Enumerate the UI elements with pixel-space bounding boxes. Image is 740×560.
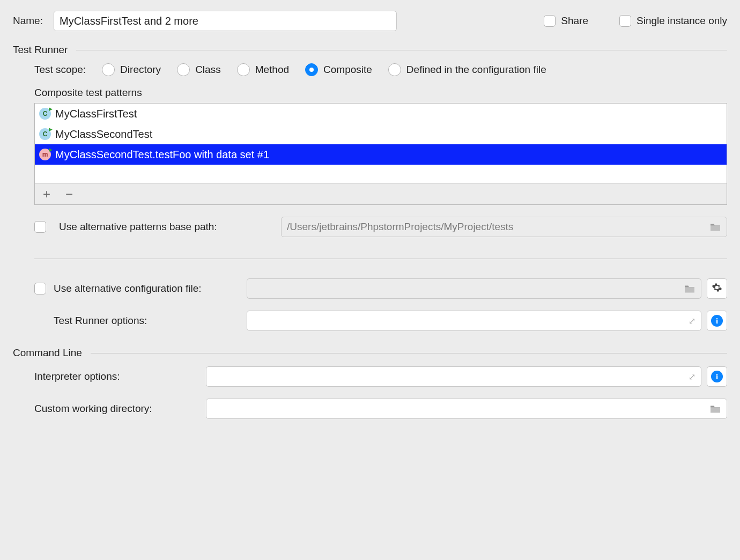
divider: [34, 259, 727, 259]
interpreter-options-input[interactable]: ⤢: [206, 366, 701, 387]
test-scope-label: Test scope:: [34, 64, 86, 76]
name-label: Name:: [13, 15, 43, 27]
single-instance-checkbox[interactable]: [619, 15, 631, 27]
interpreter-options-label: Interpreter options:: [34, 371, 206, 382]
list-item-label: MyClassFirstTest: [55, 108, 137, 120]
scope-option-method[interactable]: Method: [237, 63, 289, 76]
share-label: Share: [561, 15, 588, 27]
working-dir-label: Custom working directory:: [34, 403, 206, 415]
composite-patterns-label: Composite test patterns: [34, 87, 727, 99]
radio-directory-label: Directory: [120, 64, 161, 76]
radio-defined[interactable]: [388, 63, 401, 76]
test-runner-section-title: Test Runner: [13, 44, 68, 56]
info-icon: i: [711, 371, 723, 382]
list-item[interactable]: MyClassSecondTest: [35, 124, 727, 144]
scope-option-directory[interactable]: Directory: [102, 63, 161, 76]
method-icon: [39, 149, 51, 160]
share-checkbox[interactable]: [544, 15, 556, 27]
radio-method[interactable]: [237, 63, 250, 76]
divider: [76, 50, 727, 50]
gear-icon: [712, 282, 722, 296]
name-input[interactable]: [54, 11, 397, 31]
info-button[interactable]: i: [707, 311, 727, 331]
info-button[interactable]: i: [707, 366, 727, 387]
radio-class[interactable]: [177, 63, 190, 76]
folder-icon[interactable]: [684, 284, 695, 293]
radio-composite[interactable]: [305, 63, 318, 76]
alt-config-checkbox[interactable]: [34, 283, 46, 294]
list-item[interactable]: MyClassSecondTest.testFoo with data set …: [35, 144, 727, 165]
remove-button[interactable]: −: [63, 188, 76, 201]
add-button[interactable]: +: [40, 188, 53, 201]
alt-base-path-checkbox[interactable]: [34, 221, 46, 233]
scope-option-composite[interactable]: Composite: [305, 63, 372, 76]
radio-directory[interactable]: [102, 63, 115, 76]
composite-patterns-list: MyClassFirstTest MyClassSecondTest MyCla…: [34, 103, 727, 205]
alt-base-path-label: Use alternative patterns base path:: [59, 221, 273, 233]
settings-button[interactable]: [707, 278, 727, 299]
folder-icon[interactable]: [709, 404, 721, 414]
class-icon: [39, 108, 51, 120]
folder-icon[interactable]: [709, 222, 721, 232]
single-instance-checkbox-row[interactable]: Single instance only: [619, 15, 727, 27]
radio-class-label: Class: [195, 64, 221, 76]
runner-options-label: Test Runner options:: [54, 315, 247, 327]
divider: [91, 353, 727, 353]
alt-base-path-value: /Users/jetbrains/PhpstormProjects/MyProj…: [287, 221, 513, 233]
command-line-section-title: Command Line: [13, 347, 82, 359]
radio-method-label: Method: [255, 64, 289, 76]
expand-icon[interactable]: ⤢: [689, 372, 695, 382]
single-instance-label: Single instance only: [637, 15, 727, 27]
working-dir-input[interactable]: [206, 399, 727, 419]
list-item[interactable]: MyClassFirstTest: [35, 104, 727, 124]
alt-config-label: Use alternative configuration file:: [54, 283, 247, 294]
scope-option-defined[interactable]: Defined in the configuration file: [388, 63, 546, 76]
radio-defined-label: Defined in the configuration file: [406, 64, 546, 76]
info-icon: i: [711, 315, 723, 327]
expand-icon[interactable]: ⤢: [689, 316, 695, 326]
list-item-label: MyClassSecondTest: [55, 128, 152, 141]
runner-options-input[interactable]: ⤢: [247, 311, 701, 331]
share-checkbox-row[interactable]: Share: [544, 15, 588, 27]
list-item-label: MyClassSecondTest.testFoo with data set …: [55, 149, 269, 161]
scope-option-class[interactable]: Class: [177, 63, 221, 76]
class-icon: [39, 128, 51, 140]
radio-composite-label: Composite: [323, 64, 372, 76]
